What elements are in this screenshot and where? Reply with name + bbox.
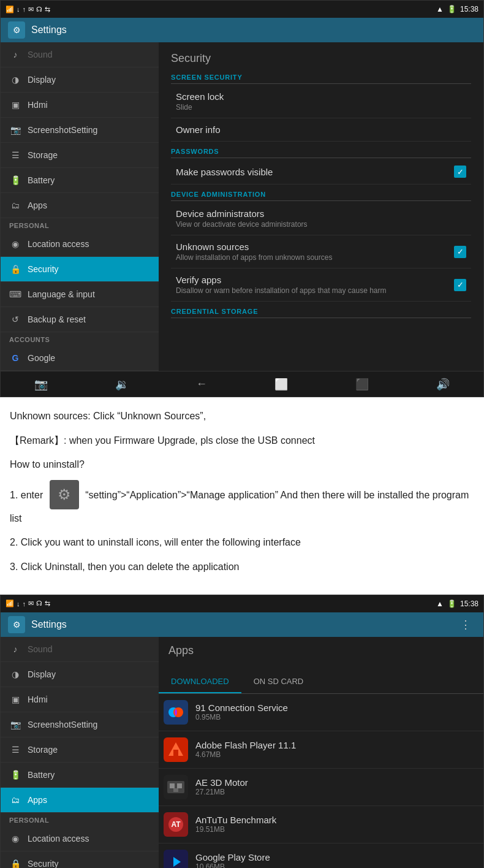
- sidebar-label-display: Display: [28, 75, 56, 85]
- screenshot-1: 📶 ↓ ↑ ✉ ☊ ⇆ ▲ 🔋 15:38 ⚙ Settings ♪ Sound…: [0, 0, 484, 397]
- sidebar-label-language: Language & input: [28, 289, 95, 299]
- setting-unknown-sources[interactable]: Unknown sources Allow installation of ap…: [171, 235, 471, 268]
- sidebar-item-location-2[interactable]: ◉ Location access: [1, 826, 159, 851]
- app-name-1: Adobe Flash Player 11.1: [195, 740, 296, 750]
- sidebar-item-google[interactable]: G Google: [1, 346, 159, 371]
- setting-title-passwords: Make passwords visible: [176, 167, 273, 177]
- menu-button-2[interactable]: ⋮: [455, 618, 476, 631]
- app-icon-4: [164, 850, 188, 868]
- sidebar-label-apps: Apps: [28, 200, 47, 210]
- apps-icon-2: 🗂: [9, 794, 21, 806]
- sidebar-item-backup[interactable]: ↺ Backup & reset: [1, 307, 159, 332]
- setting-passwords-visible[interactable]: Make passwords visible ✓: [171, 159, 471, 185]
- app-name-0: 91 Connection Service: [195, 702, 288, 713]
- battery-icon-2: 🔋: [447, 600, 456, 608]
- checkbox-verifyapps[interactable]: ✓: [454, 279, 466, 291]
- wifi-icon: ▲: [436, 5, 444, 13]
- status-icons-left-2: 📶 ↓ ↑ ✉ ☊ ⇆: [6, 600, 50, 607]
- app-item-4[interactable]: Google Play Store 10.66MB: [159, 843, 483, 868]
- sidebar-label-display-2: Display: [28, 669, 56, 679]
- app-item-2[interactable]: AE 3D Motor 27.21MB: [159, 769, 483, 806]
- main-title-1: Security: [171, 52, 471, 65]
- sidebar-item-apps-2[interactable]: 🗂 Apps: [1, 788, 159, 813]
- download-icon: ↓: [17, 6, 20, 13]
- settings-app-icon: ⚙: [8, 21, 25, 39]
- main-content-1: Security SCREEN SECURITY Screen lock Sli…: [159, 42, 483, 371]
- time-display: 15:38: [460, 5, 478, 13]
- display-icon: ◑: [9, 74, 21, 86]
- instruction-line1: Unknown sources: Click “Unknown Sources”…: [10, 408, 474, 424]
- bottom-vol-up-btn[interactable]: 🔊: [426, 373, 459, 396]
- app-item-0[interactable]: 91 Connection Service 0.95MB: [159, 694, 483, 731]
- setting-subtitle-deviceadmin: View or deactivate device administrators: [176, 220, 308, 229]
- settings-app-icon-2: ⚙: [8, 616, 25, 633]
- sidebar-item-sound-2[interactable]: ♪ Sound: [1, 637, 159, 662]
- sidebar-label-battery: Battery: [28, 175, 55, 185]
- bottom-recent-btn[interactable]: ⬛: [346, 373, 379, 396]
- storage-icon: ☰: [9, 149, 21, 161]
- app-icon-1: [164, 737, 188, 762]
- instruction-line4: 1. enter “setting”>“Application”>“Manage…: [10, 481, 474, 527]
- app-size-2: 27.21MB: [195, 788, 248, 796]
- apps-icon: 🗂: [9, 199, 21, 211]
- app-icon-2: [164, 775, 188, 799]
- app-name-4: Google Play Store: [195, 852, 270, 862]
- app-icon-0: [164, 700, 188, 725]
- sidebar-item-display-2[interactable]: ◑ Display: [1, 662, 159, 687]
- sidebar-item-screenshot[interactable]: 📷 ScreenshotSetting: [1, 118, 159, 143]
- sidebar-item-storage-2[interactable]: ☰ Storage: [1, 737, 159, 763]
- setting-owner-info[interactable]: Owner info: [171, 118, 471, 142]
- tab-onsdcard[interactable]: ON SD CARD: [241, 671, 316, 693]
- instruction-line4-prefix: 1. enter: [10, 490, 43, 500]
- text-area: Unknown sources: Click “Unknown Sources”…: [0, 397, 484, 595]
- sidebar-item-location[interactable]: ◉ Location access: [1, 232, 159, 257]
- app-size-3: 19.51MB: [195, 825, 276, 834]
- sidebar-2: ♪ Sound ◑ Display ▣ Hdmi 📷 ScreenshotSet…: [1, 637, 159, 868]
- sidebar-item-security[interactable]: 🔒 Security: [1, 257, 159, 282]
- sidebar-item-battery[interactable]: 🔋 Battery: [1, 168, 159, 193]
- settings-inline-icon: [50, 480, 79, 509]
- tab-downloaded[interactable]: DOWNLOADED: [159, 671, 241, 693]
- app-name-2: AE 3D Motor: [195, 777, 248, 788]
- email-icon: ✉: [28, 6, 34, 13]
- sidebar-item-sound[interactable]: ♪ Sound: [1, 42, 159, 67]
- notification-icon: 📶: [6, 6, 14, 13]
- section-screen-security: SCREEN SECURITY: [171, 74, 471, 84]
- checkbox-passwords[interactable]: ✓: [454, 166, 466, 178]
- app-item-1[interactable]: Adobe Flash Player 11.1 4.67MB: [159, 731, 483, 769]
- wifi-icon-2: ▲: [436, 600, 444, 608]
- hdmi-icon-2: ▣: [9, 693, 21, 706]
- svg-rect-3: [173, 750, 178, 756]
- setting-screen-lock[interactable]: Screen lock Slide: [171, 85, 471, 118]
- google-icon: G: [9, 352, 21, 364]
- sidebar-item-display[interactable]: ◑ Display: [1, 67, 159, 93]
- sidebar-item-battery-2[interactable]: 🔋 Battery: [1, 763, 159, 788]
- sidebar-item-screenshot-2[interactable]: 📷 ScreenshotSetting: [1, 712, 159, 737]
- sidebar-item-security-2[interactable]: 🔒 Security: [1, 851, 159, 868]
- top-bar-title-1: Settings: [31, 25, 67, 36]
- app-item-3[interactable]: AT AnTuTu Benchmark 19.51MB: [159, 806, 483, 843]
- status-icons-right: ▲ 🔋 15:38: [436, 5, 478, 13]
- sidebar-item-apps[interactable]: 🗂 Apps: [1, 193, 159, 218]
- battery-icon: 🔋: [447, 5, 456, 13]
- sidebar-label-backup: Backup & reset: [28, 314, 86, 324]
- setting-verify-apps[interactable]: Verify apps Disallow or warn before inst…: [171, 268, 471, 302]
- bottom-back-btn[interactable]: ←: [186, 373, 217, 395]
- checkbox-unknownsources[interactable]: ✓: [454, 246, 466, 258]
- bottom-camera-btn[interactable]: 📷: [25, 373, 58, 396]
- sidebar-item-storage[interactable]: ☰ Storage: [1, 143, 159, 168]
- section-passwords: PASSWORDS: [171, 148, 471, 158]
- instruction-line6: 3. Click Uninstall, then you can delete …: [10, 559, 474, 575]
- bottom-vol-down-btn[interactable]: 🔉: [105, 373, 138, 396]
- settings-body-2: ♪ Sound ◑ Display ▣ Hdmi 📷 ScreenshotSet…: [1, 637, 483, 868]
- backup-icon: ↺: [9, 313, 21, 326]
- setting-device-admin[interactable]: Device administrators View or deactivate…: [171, 202, 471, 235]
- setting-subtitle-screenlock: Slide: [176, 103, 224, 112]
- bottom-home-btn[interactable]: ⬜: [265, 373, 298, 396]
- bottom-bar-1: 📷 🔉 ← ⬜ ⬛ 🔊: [1, 371, 483, 397]
- main-title-2: Apps: [159, 637, 483, 662]
- sidebar-item-hdmi-2[interactable]: ▣ Hdmi: [1, 687, 159, 712]
- sidebar-item-hdmi[interactable]: ▣ Hdmi: [1, 93, 159, 118]
- sidebar-item-language[interactable]: ⌨ Language & input: [1, 282, 159, 307]
- upload-icon: ↑: [23, 6, 26, 13]
